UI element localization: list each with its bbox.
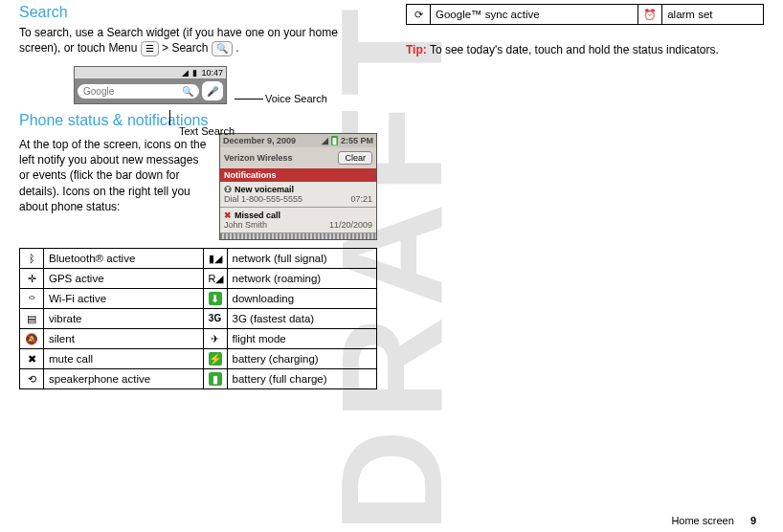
table-row: ⟳Google™ sync active⏰alarm set xyxy=(407,5,764,25)
tip-paragraph: Tip: To see today's date, touch and hold… xyxy=(406,42,764,57)
status-icon: 3G xyxy=(209,312,222,325)
notif-carrier-row: Verizon Wireless Clear xyxy=(220,147,376,168)
missedcall-time: 11/20/2009 xyxy=(329,220,372,230)
status-icon: ✛ xyxy=(25,272,38,285)
missedcall-icon: ✖ xyxy=(224,211,232,220)
status-icon-cell: ✛ xyxy=(20,269,44,289)
left-column: Search To search, use a Search widget (i… xyxy=(19,0,377,389)
status-icon: ▮◢ xyxy=(209,252,222,265)
status-icon-cell: ▤ xyxy=(20,309,44,329)
status-icon-cell: ✈ xyxy=(203,329,227,349)
status-icon-cell: ⏰ xyxy=(638,5,662,25)
text-callout-line xyxy=(169,110,170,125)
voice-search-button[interactable]: 🎤 xyxy=(202,81,223,100)
page-footer: Home screen 9 xyxy=(671,515,756,526)
status-icon-table-cont: ⟳Google™ sync active⏰alarm set xyxy=(406,4,764,25)
search-key-icon: 🔍 xyxy=(212,41,233,56)
notif-item-voicemail[interactable]: ⚇ New voicemail Dial 1-800-555-5555 07:2… xyxy=(220,182,376,208)
page-content: Search To search, use a Search widget (i… xyxy=(0,0,783,389)
search-placeholder: Google xyxy=(83,86,114,97)
status-icon: ⬇ xyxy=(209,292,222,305)
notification-panel-figure: December 9, 2009 ◢ ▮ 2:55 PM Verizon Wir… xyxy=(219,133,377,240)
table-row: ✛GPS activeR◢network (roaming) xyxy=(20,269,377,289)
tip-text: To see today's date, touch and hold the … xyxy=(430,43,719,56)
status-icon-cell: ⟳ xyxy=(407,5,431,25)
table-row: ⟲speakerphone active▮battery (full charg… xyxy=(20,369,377,389)
status-icon-cell: ⚡ xyxy=(203,349,227,369)
status-label: alarm set xyxy=(662,5,764,25)
search-row: Google 🔍 🎤 xyxy=(75,78,226,103)
search-input[interactable]: Google 🔍 xyxy=(78,84,199,99)
status-icon-cell: 3G xyxy=(203,309,227,329)
status-label: Bluetooth® active xyxy=(44,249,204,269)
microphone-icon: 🎤 xyxy=(207,86,218,97)
status-label: network (roaming) xyxy=(227,269,376,289)
table-row: ᛒBluetooth® active▮◢network (full signal… xyxy=(20,249,377,269)
table-row: ✖mute call⚡battery (charging) xyxy=(20,349,377,369)
magnifier-icon: 🔍 xyxy=(182,86,193,97)
notif-battery-icon: ▮ xyxy=(331,136,338,145)
statusbar: ◢ ▮ 10:47 xyxy=(75,67,226,78)
status-intro-wrap: At the top of the screen, icons on the l… xyxy=(19,133,377,240)
status-icon-table: ᛒBluetooth® active▮◢network (full signal… xyxy=(19,248,377,389)
status-label: Google™ sync active xyxy=(431,5,638,25)
status-label: Wi-Fi active xyxy=(44,289,204,309)
status-icon-cell: ▮ xyxy=(203,369,227,389)
voicemail-sub: Dial 1-800-555-5555 xyxy=(224,194,302,204)
status-label: flight mode xyxy=(227,329,376,349)
notifications-header: Notifications xyxy=(220,168,376,182)
status-icon: 🔕 xyxy=(25,332,38,345)
status-icon-cell: ⌔ xyxy=(20,289,44,309)
status-label: 3G (fastest data) xyxy=(227,309,376,329)
search-heading: Search xyxy=(19,4,377,21)
voicemail-icon: ⚇ xyxy=(224,185,232,194)
search-para-b: > Search xyxy=(162,41,212,55)
status-icon: ⟲ xyxy=(25,372,38,386)
notif-item-missedcall[interactable]: ✖ Missed call John Smith 11/20/2009 xyxy=(220,208,376,233)
footer-page-number: 9 xyxy=(750,515,756,526)
menu-key-icon: ☰ xyxy=(141,41,159,56)
notif-time: 2:55 PM xyxy=(341,136,373,145)
text-search-label: Text Search xyxy=(179,125,235,137)
clear-button[interactable]: Clear xyxy=(338,151,372,165)
status-icon-cell: ▮◢ xyxy=(203,249,227,269)
status-label: speakerphone active xyxy=(44,369,204,389)
notif-signal-icon: ◢ xyxy=(322,136,328,145)
table-row: 🔕silent✈flight mode xyxy=(20,329,377,349)
status-icon-cell: ✖ xyxy=(20,349,44,369)
voice-callout-line xyxy=(235,99,263,100)
status-label: network (full signal) xyxy=(227,249,376,269)
missedcall-title: Missed call xyxy=(235,211,280,220)
status-label: battery (full charge) xyxy=(227,369,376,389)
notif-statusbar: December 9, 2009 ◢ ▮ 2:55 PM xyxy=(220,134,376,147)
status-icon-cell: ⟲ xyxy=(20,369,44,389)
voicemail-title: New voicemail xyxy=(235,185,294,194)
status-icon: ▮ xyxy=(209,372,222,386)
status-paragraph: At the top of the screen, icons on the l… xyxy=(19,137,210,231)
status-icon: ▤ xyxy=(25,312,38,325)
battery-icon: ▮ xyxy=(192,68,197,78)
sync-icon: ⟳ xyxy=(412,8,425,21)
status-label: battery (charging) xyxy=(227,349,376,369)
status-icon-cell: ⬇ xyxy=(203,289,227,309)
search-para-c: . xyxy=(235,41,238,55)
status-label: mute call xyxy=(44,349,204,369)
search-widget-frame: ◢ ▮ 10:47 Google 🔍 🎤 xyxy=(74,66,227,104)
tip-label: Tip: xyxy=(406,43,427,56)
carrier-name: Verizon Wireless xyxy=(224,153,292,163)
voice-search-label: Voice Search xyxy=(265,93,327,104)
table-row: ⌔Wi-Fi active⬇downloading xyxy=(20,289,377,309)
status-icon-cell: R◢ xyxy=(203,269,227,289)
footer-section: Home screen xyxy=(671,515,733,526)
right-column: ⟳Google™ sync active⏰alarm set Tip: To s… xyxy=(406,0,764,389)
status-icon: ✖ xyxy=(25,352,38,366)
voicemail-time: 07:21 xyxy=(350,194,372,204)
table-row: ▤vibrate3G3G (fastest data) xyxy=(20,309,377,329)
status-label: silent xyxy=(44,329,204,349)
status-icon-cell: ᛒ xyxy=(20,249,44,269)
status-icon: ᛒ xyxy=(25,252,38,265)
missedcall-sub: John Smith xyxy=(224,220,267,230)
search-paragraph: To search, use a Search widget (if you h… xyxy=(19,25,377,56)
status-icon: ✈ xyxy=(209,332,222,345)
notif-drag-handle[interactable] xyxy=(220,233,376,239)
